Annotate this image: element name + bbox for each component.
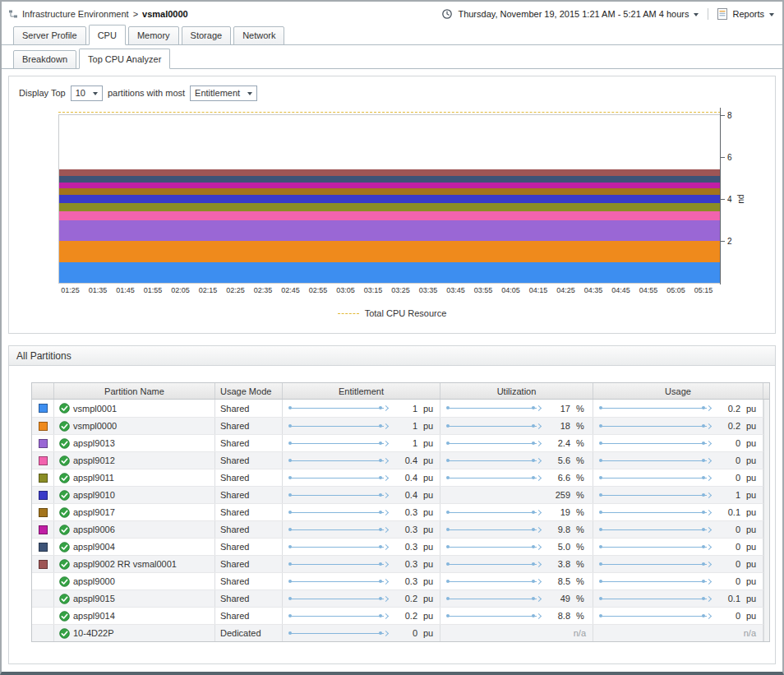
table-row[interactable]: apspl9010Shared0.4pu259%1pu [32,486,769,503]
usage-cell: 0pu [593,452,763,469]
partition-name-cell: 10-4D22P [54,625,215,641]
top-count-select[interactable]: 10 [71,86,103,101]
tab-memory[interactable]: Memory [128,26,179,45]
trend-sparkline [288,491,390,500]
tab-server-profile[interactable]: Server Profile [13,26,86,45]
usage-cell: 0.2pu [593,400,763,417]
trend-sparkline [445,508,542,517]
x-axis-label: 04:45 [611,286,630,294]
header-entitlement[interactable]: Entitlement [283,383,440,399]
usage-cell: 0.2pu [593,418,763,434]
trend-sparkline [598,474,713,483]
trend-sparkline [445,422,542,431]
legend-dashed-line-sample [338,313,359,314]
table-row[interactable]: apspl9000Shared0.3pu8.5%0pu [32,572,769,589]
reports-icon[interactable] [717,8,727,20]
table-row[interactable]: vsmpl0001Shared1pu17%0.2pu [32,400,769,417]
breadcrumb-root[interactable]: Infrastructure Environment [22,9,129,19]
entitlement-cell: 0.2pu [283,590,440,607]
timerange-chevron-down-icon[interactable] [694,13,699,16]
table-row[interactable]: apspl9017Shared0.3pu19%0.1pu [32,503,769,520]
entitlement-value: 0.3 [394,507,417,517]
status-ok-icon [59,473,70,483]
utilization-cell: 19% [440,504,593,520]
tab-top-cpu-analyzer[interactable]: Top CPU Analyzer [79,49,170,69]
x-axis-label: 04:35 [584,286,603,294]
tab-cpu[interactable]: CPU [89,25,126,45]
utilization-cell: 2.4% [440,435,593,451]
table-row[interactable]: vsmpl0000Shared1pu18%0.2pu [32,417,769,434]
entitlement-value: 0.3 [394,576,417,586]
table-row[interactable]: apspl9015Shared0.2pu49%0.1pu [32,589,769,607]
chart-legend: Total CPU Resource [9,308,775,318]
table-row[interactable]: apspl9011Shared0.4pu6.6%0pu [32,469,769,486]
reports-chevron-down-icon[interactable] [769,13,774,16]
status-ok-icon [59,438,70,449]
entitlement-value: 0.2 [394,594,417,603]
table-row[interactable]: apspl9006Shared0.3pu9.8%0pu [32,520,769,538]
series-color-swatch [39,404,48,413]
x-axis-label: 03:35 [419,286,438,294]
tab-breakdown[interactable]: Breakdown [13,50,76,69]
usage-unit: pu [746,438,759,448]
usage-value: 0 [717,455,740,465]
tab-network[interactable]: Network [233,26,284,45]
trend-sparkline [445,560,542,569]
entitlement-unit: pu [423,507,436,517]
header-partition-name[interactable]: Partition Name [54,383,215,399]
x-axis-label: 05:05 [666,286,685,294]
header-usage[interactable]: Usage [593,383,763,399]
usage-mode: Shared [220,525,249,534]
chart-controls: Display Top 10 partitions with most Enti… [19,85,775,101]
header-utilization[interactable]: Utilization [440,383,593,399]
usage-cell: 0.1pu [593,590,763,607]
trend-sparkline [445,543,542,552]
table-row[interactable]: apspl9002 RR vsmal0001Shared0.3pu3.8%0pu [32,555,769,572]
legend-label: Total CPU Resource [365,308,447,318]
status-ok-icon [59,490,70,501]
usage-cell: 0pu [593,556,763,572]
table-scrollbar[interactable] [763,400,769,641]
table-row[interactable]: apspl9012Shared0.4pu5.6%0pu [32,451,769,469]
utilization-unit: % [576,611,589,621]
usage-unit: pu [746,525,759,534]
entitlement-cell: 0.4pu [283,452,440,469]
utilization-unit: % [576,594,589,603]
chart-band-apspl9010 [59,195,720,203]
sub-tabs: Breakdown Top CPU Analyzer [2,48,782,69]
table-row[interactable]: apspl9013Shared1pu2.4%0pu [32,434,769,451]
reports-label[interactable]: Reports [732,9,764,19]
tab-storage[interactable]: Storage [182,26,232,45]
series-color-swatch [39,543,48,552]
entitlement-unit: pu [423,455,436,465]
series-color-cell [32,590,54,607]
chart-plot [58,114,721,284]
x-axis-label: 01:45 [116,286,135,294]
entitlement-cell: 0.4pu [283,469,440,486]
usage-mode-cell: Shared [215,400,283,417]
x-axis-label: 01:55 [144,286,163,294]
x-axis-label: 02:55 [309,286,328,294]
header-usage-mode[interactable]: Usage Mode [215,383,283,399]
table-row[interactable]: apspl9004Shared0.3pu5.0%0pu [32,538,769,555]
partition-name: apspl9012 [73,455,115,465]
table-row[interactable]: 10-4D22PDedicated0pun/an/a [32,624,769,641]
y-axis-tick-label: 6 [727,153,732,162]
series-color-swatch [39,491,48,500]
usage-mode: Shared [220,594,249,603]
timerange-label[interactable]: Thursday, November 19, 2015 1:21 AM - 5:… [458,9,689,19]
chevron-down-icon [93,92,98,95]
utilization-unit: % [576,559,589,569]
table-row[interactable]: apspl9014Shared0.2pu8.8%0pu [32,607,769,624]
y-axis-tick [721,115,725,116]
timerange-clock-icon[interactable] [441,8,453,20]
usage-unit: pu [746,490,759,500]
metric-select[interactable]: Entitlement [190,86,257,101]
trend-sparkline [598,439,713,448]
x-axis-label: 01:35 [89,286,108,294]
entitlement-value: 0 [394,628,417,638]
x-axis-label: 02:05 [171,286,190,294]
usage-mode-cell: Shared [215,521,283,538]
utilization-value: 5.0 [547,542,570,552]
trend-sparkline [288,612,390,621]
